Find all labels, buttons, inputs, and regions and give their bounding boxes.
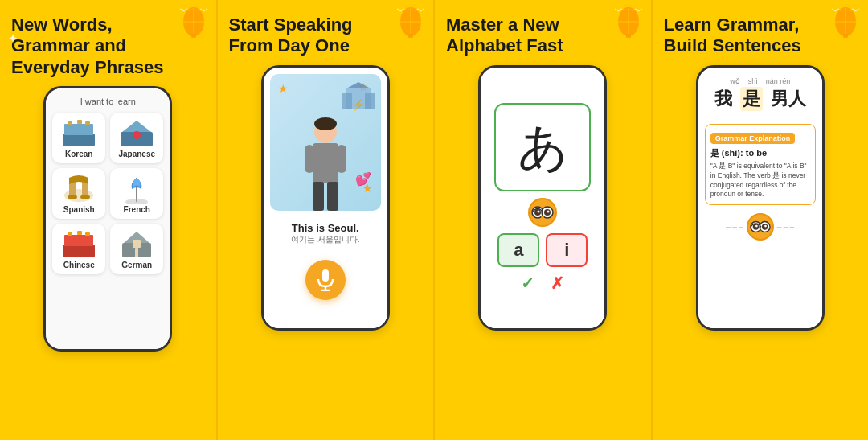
lantern-decor4	[833, 4, 858, 38]
video-area: ★ ☆ ★ ⚡	[270, 74, 381, 211]
svg-point-12	[64, 189, 93, 202]
svg-rect-15	[68, 195, 77, 199]
svg-rect-26	[135, 248, 138, 257]
wave-right: ─ ─ ─ ─	[560, 208, 589, 216]
pinyin-shi: shì	[748, 77, 758, 85]
panel4-title: Learn Grammar, Build Sentences	[664, 14, 801, 57]
phone-panel1: I want to learn Korean	[43, 86, 172, 352]
lantern-decor3	[616, 4, 641, 38]
svg-point-54	[538, 210, 540, 212]
chinese-label: Chinese	[63, 261, 95, 269]
hanzi-nanren: 男人	[771, 87, 806, 111]
svg-rect-42	[322, 269, 329, 282]
pinyin-nanren: nán rén	[766, 77, 791, 85]
japanese-icon	[119, 117, 154, 148]
lang-card-french[interactable]: French	[110, 168, 163, 219]
svg-rect-9	[85, 121, 90, 125]
subtitle-korean: 여기는 서울입니다.	[273, 234, 378, 245]
lang-card-chinese[interactable]: Chinese	[52, 224, 105, 274]
svg-rect-25	[133, 240, 141, 248]
answer-i[interactable]: i	[546, 233, 588, 267]
svg-rect-34	[365, 93, 375, 109]
character-box: あ	[494, 103, 591, 191]
panel1-title: New Words, Grammar and Everyday Phrases	[11, 14, 164, 78]
lang-card-korean[interactable]: Korean	[52, 113, 105, 163]
svg-point-55	[547, 210, 550, 212]
wave-bottom-right: ─ ─ ─	[777, 224, 794, 231]
svg-rect-38	[305, 145, 314, 173]
svg-rect-39	[337, 145, 346, 173]
panel-grammar: 〰〰 Learn Grammar, Build Sentences wǒ shì…	[653, 0, 869, 440]
language-grid: Korean Japanese	[52, 113, 163, 274]
check-marks-row: ✓ ✗	[521, 273, 564, 293]
korean-icon	[61, 117, 96, 148]
spanish-icon	[61, 173, 96, 204]
screen-alphabet: あ ─ ─ ─ ─	[481, 68, 604, 328]
correct-check: ✓	[521, 273, 534, 293]
phone-panel2: ★ ☆ ★ ⚡	[261, 65, 390, 331]
screen-language-select: I want to learn Korean	[46, 88, 170, 349]
building-icon	[342, 80, 375, 114]
svg-rect-41	[327, 182, 338, 211]
svg-rect-40	[313, 182, 324, 211]
hanzi-shi: 是	[740, 87, 763, 111]
svg-rect-49	[626, 34, 631, 38]
svg-rect-22	[77, 231, 82, 235]
svg-rect-33	[342, 93, 352, 109]
svg-rect-19	[63, 245, 95, 257]
heart-emoji: 💕	[355, 171, 371, 187]
learn-label: I want to learn	[80, 97, 136, 106]
phone-panel4: wǒ shì nán rén 我 是 男人 Grammar Explanatio…	[696, 65, 825, 331]
lang-card-german[interactable]: German	[110, 224, 163, 274]
panel-words-grammar: ✦ 〰〰 New Words, Grammar and Everyday Phr…	[0, 0, 218, 440]
subtitle-box: This is Seoul. 여기는 서울입니다.	[270, 219, 381, 249]
wrong-check: ✗	[551, 273, 564, 293]
japanese-char: あ	[518, 113, 568, 181]
svg-rect-5	[63, 134, 95, 146]
decor-plus: ✦	[8, 32, 18, 45]
german-label: German	[121, 261, 152, 269]
svg-rect-23	[85, 232, 90, 236]
lantern-decor2	[398, 4, 424, 38]
grammar-word: 是 (shì): to be	[710, 147, 810, 159]
panel3-title: Master a New Alphabet Fast	[446, 14, 563, 57]
hanzi-wo: 我	[714, 87, 732, 111]
svg-point-67	[764, 225, 767, 228]
answers-row: a i	[497, 233, 588, 267]
mic-button[interactable]	[305, 260, 346, 300]
svg-rect-16	[80, 195, 90, 199]
owl-audio-bottom: ─ ─ ─ ─ ─ ─	[726, 213, 794, 241]
korean-label: Korean	[65, 150, 92, 158]
panel2-title: Start Speaking From Day One	[229, 14, 353, 57]
svg-rect-21	[68, 232, 72, 236]
phone-panel3: あ ─ ─ ─ ─	[478, 65, 607, 331]
svg-rect-20	[64, 235, 93, 246]
chinese-icon	[61, 228, 96, 259]
japanese-label: Japanese	[118, 150, 155, 158]
french-icon	[119, 173, 154, 204]
svg-point-11	[133, 131, 141, 139]
chinese-sentence: wǒ shì nán rén 我 是 男人	[705, 77, 816, 111]
owl-audio-row: ─ ─ ─ ─	[487, 198, 598, 227]
pinyin-wo: wǒ	[730, 77, 740, 85]
screen-speaking: ★ ☆ ★ ⚡	[264, 68, 387, 328]
panel-speaking: 〰〰 Start Speaking From Day One ★ ☆ ★ ⚡	[218, 0, 436, 440]
answer-a[interactable]: a	[497, 233, 539, 267]
svg-rect-4	[191, 34, 196, 38]
svg-rect-37	[313, 143, 338, 183]
spanish-label: Spanish	[63, 205, 95, 214]
svg-rect-6	[64, 124, 93, 135]
svg-rect-61	[843, 34, 848, 38]
lantern-decor	[181, 4, 207, 38]
hanzi-row: 我 是 男人	[705, 87, 816, 111]
grammar-description: "A 是 B" is equivalent to "A is B" in Eng…	[710, 162, 810, 200]
pinyin-row: wǒ shì nán rén	[705, 77, 816, 85]
lang-card-japanese[interactable]: Japanese	[110, 113, 163, 163]
svg-rect-31	[408, 34, 413, 38]
person-figure	[301, 114, 350, 211]
grammar-box-title: Grammar Explanation	[710, 133, 796, 144]
wave-left: ─ ─ ─ ─	[496, 208, 525, 216]
lang-card-spanish[interactable]: Spanish	[52, 168, 105, 219]
svg-point-36	[314, 117, 337, 130]
owl-icon	[528, 198, 557, 227]
